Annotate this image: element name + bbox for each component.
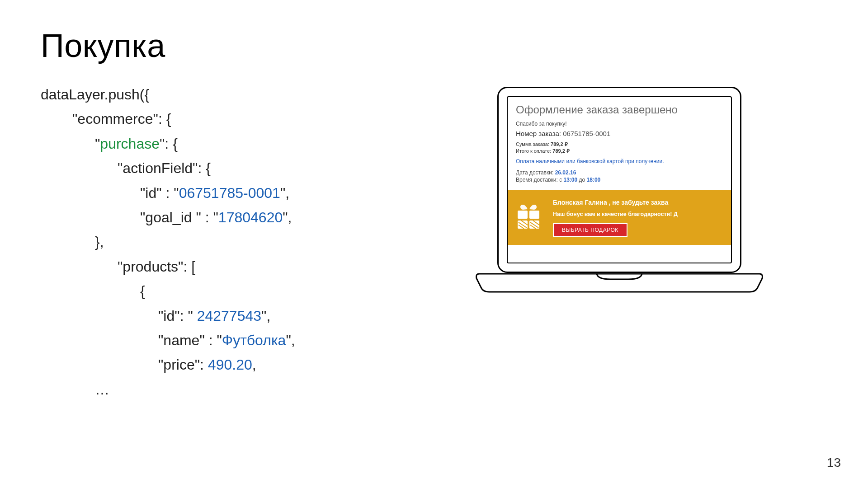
code-line: "actionField": { <box>41 156 393 180</box>
laptop-base <box>497 272 741 289</box>
delivery-date-label: Дата доставки: <box>516 169 555 176</box>
code-line: dataLayer.push({ <box>41 82 393 107</box>
code-value: 17804620 <box>218 209 283 225</box>
bonus-text: Блонская Галина , не забудьте захва Наш … <box>553 197 678 236</box>
code-line: { <box>41 279 393 303</box>
bonus-banner: Блонская Галина , не забудьте захва Наш … <box>508 190 731 244</box>
code-line: "products": [ <box>41 254 393 279</box>
content-row: dataLayer.push({ "ecommerce": { "purchas… <box>41 82 827 402</box>
laptop-frame: Оформление заказа завершено Спасибо за п… <box>497 87 741 289</box>
code-line: "goal_id " : "17804620", <box>41 205 393 230</box>
laptop-bezel: Оформление заказа завершено Спасибо за п… <box>497 87 741 273</box>
order-number-value: 06751785-0001 <box>563 130 610 137</box>
delivery-time-to: 18:00 <box>587 177 601 183</box>
code-line: "purchase": { <box>41 131 393 156</box>
code-value: 490.20 <box>208 357 252 373</box>
code-line: "name" : "Футболка", <box>41 328 393 352</box>
panel-title: Оформление заказа завершено <box>516 103 723 116</box>
bonus-line1: Блонская Галина , не забудьте захва <box>553 197 678 207</box>
payment-info: Оплата наличными или банковской картой п… <box>516 158 723 164</box>
sum-label: Сумма заказа: <box>516 141 551 147</box>
total-value: 789,2 ₽ <box>552 148 570 154</box>
page-number: 13 <box>827 455 841 470</box>
choose-gift-button[interactable]: ВЫБРАТЬ ПОДАРОК <box>553 223 627 237</box>
code-value: 06751785-0001 <box>179 185 280 201</box>
code-keyword-purchase: purchase <box>100 136 160 152</box>
order-complete-panel: Оформление заказа завершено Спасибо за п… <box>507 96 732 263</box>
code-line: "id" : "06751785-0001", <box>41 181 393 205</box>
svg-rect-1 <box>529 211 539 219</box>
svg-rect-0 <box>518 211 528 219</box>
code-line: "price": 490.20, <box>41 352 393 377</box>
gift-icon <box>514 202 543 231</box>
delivery-time-label: Время доставки: с <box>516 177 563 183</box>
slide: Покупка dataLayer.push({ "ecommerce": { … <box>0 0 868 488</box>
code-line: }, <box>41 230 393 254</box>
order-number-label: Номер заказа: <box>516 130 563 137</box>
code-line: … <box>41 377 393 402</box>
code-line: "ecommerce": { <box>41 107 393 131</box>
thanks-text: Спасибо за покупку! <box>516 121 723 127</box>
code-block: dataLayer.push({ "ecommerce": { "purchas… <box>41 82 393 402</box>
code-line: "id": " 24277543", <box>41 304 393 328</box>
delivery-date-value: 26.02.16 <box>555 169 576 176</box>
bonus-line2: Наш бонус вам в качестве благодарности! … <box>553 210 678 219</box>
code-value: Футболка <box>222 332 286 348</box>
slide-title: Покупка <box>41 27 827 64</box>
delivery-info: Дата доставки: 26.02.16 Время доставки: … <box>516 169 723 184</box>
sum-value: 789,2 ₽ <box>551 141 568 147</box>
laptop-illustration: Оформление заказа завершено Спасибо за п… <box>411 82 827 402</box>
code-value: 24277543 <box>197 308 261 324</box>
order-number: Номер заказа: 06751785-0001 <box>516 130 723 137</box>
delivery-time-from: 13:00 <box>563 177 577 183</box>
order-sum: Сумма заказа: 789,2 ₽ Итого к оплате: 78… <box>516 141 723 155</box>
total-label: Итого к оплате: <box>516 148 552 154</box>
